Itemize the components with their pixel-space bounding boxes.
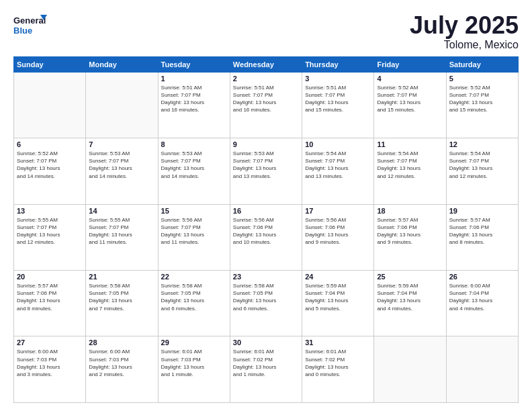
table-row: 10Sunrise: 5:54 AM Sunset: 7:07 PM Dayli… <box>302 138 374 204</box>
day-info: Sunrise: 6:00 AM Sunset: 7:03 PM Dayligh… <box>89 348 154 378</box>
table-row: 18Sunrise: 5:57 AM Sunset: 7:06 PM Dayli… <box>374 204 446 270</box>
col-wednesday: Wednesday <box>230 56 302 72</box>
logo-svg: General Blue <box>13 12 47 38</box>
day-number: 2 <box>233 75 299 83</box>
day-number: 29 <box>161 338 227 347</box>
day-number: 15 <box>161 207 227 215</box>
day-number: 24 <box>305 273 371 281</box>
day-info: Sunrise: 5:56 AM Sunset: 7:06 PM Dayligh… <box>305 216 371 246</box>
day-info: Sunrise: 5:56 AM Sunset: 7:06 PM Dayligh… <box>233 216 299 246</box>
day-number: 18 <box>377 207 443 215</box>
day-info: Sunrise: 5:59 AM Sunset: 7:04 PM Dayligh… <box>305 282 371 312</box>
table-row: 31Sunrise: 6:01 AM Sunset: 7:02 PM Dayli… <box>302 336 374 403</box>
day-info: Sunrise: 5:53 AM Sunset: 7:07 PM Dayligh… <box>233 150 299 180</box>
day-number: 5 <box>449 75 515 83</box>
table-row: 23Sunrise: 5:58 AM Sunset: 7:05 PM Dayli… <box>230 271 302 336</box>
col-tuesday: Tuesday <box>158 56 230 72</box>
table-row: 7Sunrise: 5:53 AM Sunset: 7:07 PM Daylig… <box>86 138 158 204</box>
day-number: 26 <box>449 273 515 281</box>
table-row: 14Sunrise: 5:55 AM Sunset: 7:07 PM Dayli… <box>86 204 158 270</box>
table-row: 3Sunrise: 5:51 AM Sunset: 7:07 PM Daylig… <box>302 72 374 138</box>
table-row: 28Sunrise: 6:00 AM Sunset: 7:03 PM Dayli… <box>86 336 158 403</box>
day-info: Sunrise: 5:53 AM Sunset: 7:07 PM Dayligh… <box>161 150 227 180</box>
day-number: 31 <box>305 338 371 347</box>
calendar-body: 1Sunrise: 5:51 AM Sunset: 7:07 PM Daylig… <box>14 72 519 402</box>
day-number: 8 <box>161 140 227 148</box>
day-info: Sunrise: 5:58 AM Sunset: 7:05 PM Dayligh… <box>233 282 299 312</box>
table-row <box>14 72 86 138</box>
title-block: July 2025 Tolome, Mexico <box>410 12 519 51</box>
calendar-week-row: 6Sunrise: 5:52 AM Sunset: 7:07 PM Daylig… <box>14 138 519 204</box>
day-number: 4 <box>377 75 443 83</box>
header: General Blue July 2025 Tolome, Mexico <box>13 12 519 51</box>
calendar-week-row: 27Sunrise: 6:00 AM Sunset: 7:03 PM Dayli… <box>14 336 519 403</box>
logo: General Blue <box>13 12 47 38</box>
col-friday: Friday <box>374 56 446 72</box>
col-monday: Monday <box>86 56 158 72</box>
table-row: 17Sunrise: 5:56 AM Sunset: 7:06 PM Dayli… <box>302 204 374 270</box>
day-info: Sunrise: 5:58 AM Sunset: 7:05 PM Dayligh… <box>161 282 227 312</box>
table-row: 30Sunrise: 6:01 AM Sunset: 7:02 PM Dayli… <box>230 336 302 403</box>
day-number: 22 <box>161 273 227 281</box>
table-row: 8Sunrise: 5:53 AM Sunset: 7:07 PM Daylig… <box>158 138 230 204</box>
calendar-week-row: 20Sunrise: 5:57 AM Sunset: 7:06 PM Dayli… <box>14 271 519 336</box>
table-row <box>374 336 446 403</box>
col-sunday: Sunday <box>14 56 86 72</box>
day-number: 1 <box>161 75 227 83</box>
day-info: Sunrise: 5:51 AM Sunset: 7:07 PM Dayligh… <box>161 84 227 114</box>
month-title: July 2025 <box>410 12 519 39</box>
day-number: 10 <box>305 140 371 148</box>
table-row: 16Sunrise: 5:56 AM Sunset: 7:06 PM Dayli… <box>230 204 302 270</box>
table-row: 24Sunrise: 5:59 AM Sunset: 7:04 PM Dayli… <box>302 271 374 336</box>
day-info: Sunrise: 5:57 AM Sunset: 7:06 PM Dayligh… <box>17 282 83 312</box>
day-number: 23 <box>233 273 299 281</box>
day-number: 6 <box>17 140 83 148</box>
svg-text:General: General <box>13 15 46 26</box>
table-row: 20Sunrise: 5:57 AM Sunset: 7:06 PM Dayli… <box>14 271 86 336</box>
day-info: Sunrise: 5:55 AM Sunset: 7:07 PM Dayligh… <box>17 216 83 246</box>
table-row: 4Sunrise: 5:52 AM Sunset: 7:07 PM Daylig… <box>374 72 446 138</box>
day-info: Sunrise: 5:57 AM Sunset: 7:06 PM Dayligh… <box>377 216 443 246</box>
day-number: 9 <box>233 140 299 148</box>
table-row: 13Sunrise: 5:55 AM Sunset: 7:07 PM Dayli… <box>14 204 86 270</box>
col-thursday: Thursday <box>302 56 374 72</box>
day-info: Sunrise: 5:59 AM Sunset: 7:04 PM Dayligh… <box>377 282 443 312</box>
day-number: 17 <box>305 207 371 215</box>
day-number: 14 <box>89 207 154 215</box>
table-row: 19Sunrise: 5:57 AM Sunset: 7:06 PM Dayli… <box>446 204 518 270</box>
day-info: Sunrise: 5:54 AM Sunset: 7:07 PM Dayligh… <box>449 150 515 180</box>
day-number: 27 <box>17 338 83 347</box>
page: General Blue July 2025 Tolome, Mexico Su… <box>0 0 532 411</box>
day-info: Sunrise: 5:51 AM Sunset: 7:07 PM Dayligh… <box>305 84 371 114</box>
day-info: Sunrise: 5:53 AM Sunset: 7:07 PM Dayligh… <box>89 150 154 180</box>
table-row: 12Sunrise: 5:54 AM Sunset: 7:07 PM Dayli… <box>446 138 518 204</box>
day-number: 7 <box>89 140 154 148</box>
calendar-week-row: 13Sunrise: 5:55 AM Sunset: 7:07 PM Dayli… <box>14 204 519 270</box>
day-info: Sunrise: 6:01 AM Sunset: 7:02 PM Dayligh… <box>233 348 299 378</box>
calendar-header-row: Sunday Monday Tuesday Wednesday Thursday… <box>14 56 519 72</box>
day-info: Sunrise: 5:55 AM Sunset: 7:07 PM Dayligh… <box>89 216 154 246</box>
day-info: Sunrise: 5:54 AM Sunset: 7:07 PM Dayligh… <box>305 150 371 180</box>
table-row: 27Sunrise: 6:00 AM Sunset: 7:03 PM Dayli… <box>14 336 86 403</box>
day-info: Sunrise: 5:54 AM Sunset: 7:07 PM Dayligh… <box>377 150 443 180</box>
table-row: 25Sunrise: 5:59 AM Sunset: 7:04 PM Dayli… <box>374 271 446 336</box>
day-info: Sunrise: 6:00 AM Sunset: 7:04 PM Dayligh… <box>449 282 515 312</box>
day-number: 16 <box>233 207 299 215</box>
day-info: Sunrise: 6:01 AM Sunset: 7:02 PM Dayligh… <box>305 348 371 378</box>
table-row: 5Sunrise: 5:52 AM Sunset: 7:07 PM Daylig… <box>446 72 518 138</box>
day-info: Sunrise: 5:57 AM Sunset: 7:06 PM Dayligh… <box>449 216 515 246</box>
day-info: Sunrise: 5:56 AM Sunset: 7:07 PM Dayligh… <box>161 216 227 246</box>
table-row: 21Sunrise: 5:58 AM Sunset: 7:05 PM Dayli… <box>86 271 158 336</box>
day-info: Sunrise: 5:52 AM Sunset: 7:07 PM Dayligh… <box>449 84 515 114</box>
day-number: 30 <box>233 338 299 347</box>
day-info: Sunrise: 6:00 AM Sunset: 7:03 PM Dayligh… <box>17 348 83 378</box>
day-info: Sunrise: 5:58 AM Sunset: 7:05 PM Dayligh… <box>89 282 154 312</box>
table-row: 11Sunrise: 5:54 AM Sunset: 7:07 PM Dayli… <box>374 138 446 204</box>
day-number: 20 <box>17 273 83 281</box>
table-row <box>446 336 518 403</box>
table-row: 15Sunrise: 5:56 AM Sunset: 7:07 PM Dayli… <box>158 204 230 270</box>
table-row: 9Sunrise: 5:53 AM Sunset: 7:07 PM Daylig… <box>230 138 302 204</box>
day-info: Sunrise: 5:52 AM Sunset: 7:07 PM Dayligh… <box>17 150 83 180</box>
day-number: 25 <box>377 273 443 281</box>
table-row: 6Sunrise: 5:52 AM Sunset: 7:07 PM Daylig… <box>14 138 86 204</box>
